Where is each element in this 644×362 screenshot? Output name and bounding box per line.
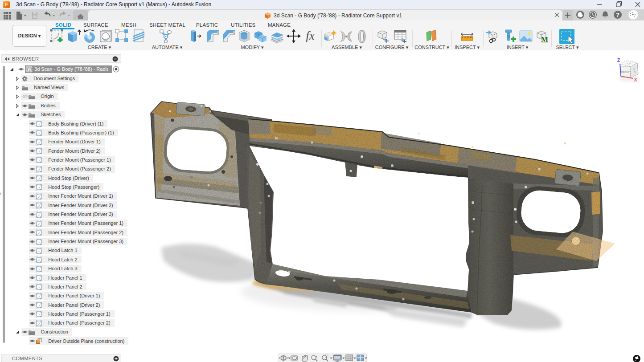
svg-text:?: ? <box>616 12 619 18</box>
svg-text:FRONT: FRONT <box>621 71 630 73</box>
svg-text:Z: Z <box>617 58 620 63</box>
svg-text:fx: fx <box>306 29 315 42</box>
svg-text:X: X <box>634 77 637 82</box>
